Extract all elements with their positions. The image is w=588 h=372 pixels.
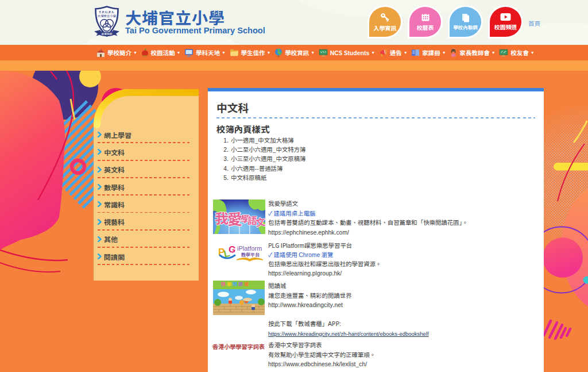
svg-text:樂: 樂: [227, 281, 231, 287]
svg-text:閱: 閱: [233, 281, 237, 287]
svg-text:我: 我: [215, 208, 229, 228]
svg-text:G: G: [228, 244, 237, 255]
svg-text:教學平台: 教學平台: [241, 251, 260, 258]
svg-text:快: 快: [221, 281, 226, 287]
svg-text:城: 城: [244, 281, 249, 287]
svg-text:敬業樂群: 敬業樂群: [101, 32, 112, 36]
svg-text:大埔官立小學: 大埔官立小學: [98, 14, 117, 18]
svg-text:讀: 讀: [238, 281, 243, 287]
svg-text:文: 文: [254, 213, 265, 229]
